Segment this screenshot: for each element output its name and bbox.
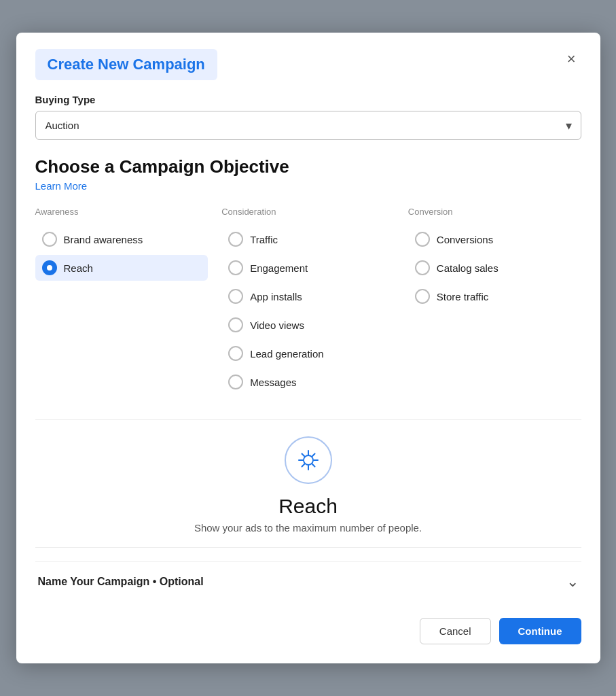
video-views-radio[interactable]	[228, 317, 243, 332]
consideration-category-label: Consideration	[221, 207, 395, 217]
cancel-button[interactable]: Cancel	[420, 618, 491, 644]
close-button[interactable]: ×	[562, 49, 581, 69]
brand-awareness-label: Brand awareness	[64, 234, 143, 245]
app-installs-radio[interactable]	[228, 289, 243, 304]
svg-line-8	[302, 464, 304, 466]
svg-line-7	[312, 454, 314, 457]
objective-heading: Choose a Campaign Objective	[35, 156, 581, 177]
engagement-label: Engagement	[250, 262, 308, 274]
traffic-radio[interactable]	[228, 232, 243, 247]
reach-option[interactable]: Reach	[35, 255, 209, 281]
modal-header: Create New Campaign ×	[35, 49, 581, 80]
traffic-label: Traffic	[250, 234, 278, 245]
preview-description: Show your ads to the maximum number of p…	[194, 522, 422, 534]
messages-option[interactable]: Messages	[221, 369, 395, 395]
awareness-column: Awareness Brand awareness Reach	[35, 207, 209, 398]
messages-label: Messages	[250, 377, 296, 388]
modal-title: Create New Campaign	[35, 49, 217, 80]
catalog-sales-option[interactable]: Catalog sales	[408, 255, 581, 281]
name-campaign-label: Name Your Campaign • Optional	[38, 576, 204, 588]
catalog-sales-radio[interactable]	[415, 260, 430, 275]
name-campaign-chevron-icon: ⌄	[566, 573, 579, 591]
reach-label: Reach	[64, 262, 93, 274]
traffic-option[interactable]: Traffic	[221, 226, 395, 252]
modal-footer: Cancel Continue	[35, 615, 581, 644]
preview-icon-container	[285, 436, 332, 484]
continue-button[interactable]: Continue	[499, 618, 581, 644]
conversions-radio[interactable]	[415, 232, 430, 247]
objectives-grid: Awareness Brand awareness Reach Consider…	[35, 207, 581, 398]
lead-generation-label: Lead generation	[250, 348, 323, 360]
preview-title: Reach	[278, 495, 338, 518]
learn-more-link[interactable]: Learn More	[35, 180, 88, 192]
catalog-sales-label: Catalog sales	[437, 262, 499, 274]
consideration-column: Consideration Traffic Engagement App ins…	[221, 207, 395, 398]
conversions-label: Conversions	[437, 234, 493, 245]
modal-dialog: Create New Campaign × Buying Type Auctio…	[16, 33, 600, 663]
store-traffic-option[interactable]: Store traffic	[408, 283, 581, 309]
buying-type-label: Buying Type	[35, 94, 581, 105]
svg-line-5	[302, 454, 304, 457]
name-campaign-section[interactable]: Name Your Campaign • Optional ⌄	[35, 561, 581, 602]
store-traffic-radio[interactable]	[415, 289, 430, 304]
buying-type-select-wrapper: Auction Reach and Frequency ▾	[35, 111, 581, 140]
awareness-category-label: Awareness	[35, 207, 209, 217]
app-installs-label: App installs	[250, 291, 302, 302]
svg-line-6	[312, 464, 314, 466]
conversions-option[interactable]: Conversions	[408, 226, 581, 252]
engagement-option[interactable]: Engagement	[221, 255, 395, 281]
reach-icon	[296, 448, 321, 472]
engagement-radio[interactable]	[228, 260, 243, 275]
messages-radio[interactable]	[228, 375, 243, 389]
conversion-category-label: Conversion	[408, 207, 581, 217]
brand-awareness-radio[interactable]	[42, 232, 57, 247]
brand-awareness-option[interactable]: Brand awareness	[35, 226, 209, 252]
video-views-label: Video views	[250, 319, 304, 331]
lead-generation-option[interactable]: Lead generation	[221, 341, 395, 366]
app-installs-option[interactable]: App installs	[221, 283, 395, 309]
buying-type-select[interactable]: Auction Reach and Frequency	[35, 111, 581, 140]
reach-radio[interactable]	[42, 260, 57, 275]
conversion-column: Conversion Conversions Catalog sales Sto…	[408, 207, 581, 398]
store-traffic-label: Store traffic	[437, 291, 488, 302]
lead-generation-radio[interactable]	[228, 346, 243, 361]
video-views-option[interactable]: Video views	[221, 312, 395, 338]
objective-preview: Reach Show your ads to the maximum numbe…	[35, 419, 581, 548]
